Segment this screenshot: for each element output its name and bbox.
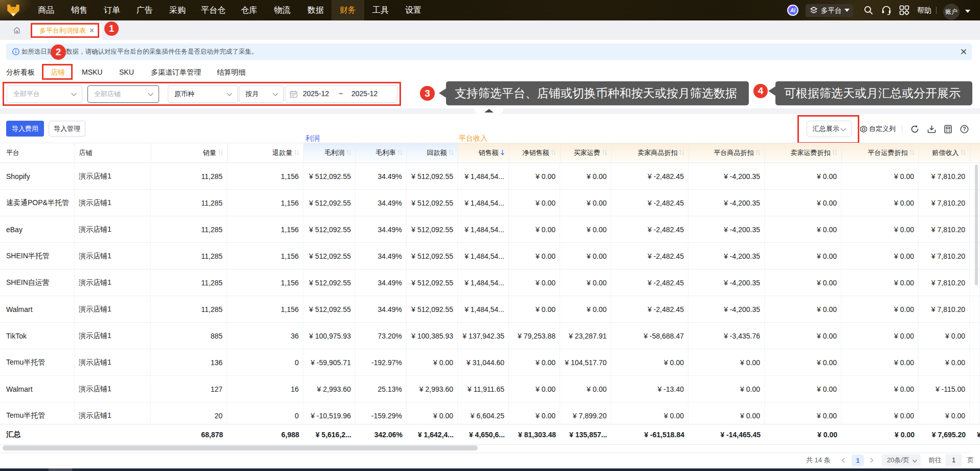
svg-text:?: ?: [963, 126, 966, 132]
